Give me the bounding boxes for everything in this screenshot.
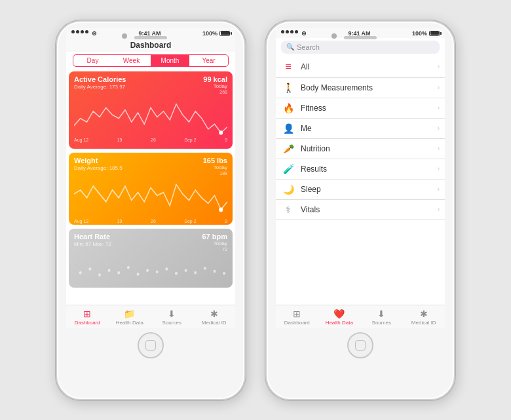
health-item-me[interactable]: 👤 Me ›: [276, 119, 445, 139]
fitness-chevron: ›: [438, 104, 440, 111]
filter-day[interactable]: Day: [73, 55, 112, 66]
heartrate-header: Heart Rate Min: 67 Max: 72 67 bpm Today: [74, 233, 227, 247]
sources-tab-icon-2: ⬇: [377, 309, 385, 319]
health-item-body[interactable]: 🚶 Body Measurements ›: [276, 78, 445, 98]
weight-card: Weight Daily Average: 185.5 165 lbs Toda…: [69, 153, 233, 225]
search-placeholder: Search: [297, 43, 320, 51]
calories-value: 99 kcal: [203, 75, 227, 83]
phones-container: ⊜ 9:41 AM 100% Dashboard Day Week Month …: [56, 20, 455, 400]
tab-medical-id[interactable]: ✱ Medical ID: [193, 305, 236, 328]
svg-point-6: [117, 271, 120, 274]
all-label: All: [301, 62, 438, 71]
calories-chart: [74, 97, 227, 136]
phone-screen-dashboard: ⊜ 9:41 AM 100% Dashboard Day Week Month …: [66, 28, 235, 328]
home-button-2[interactable]: [347, 332, 373, 358]
filter-year[interactable]: Year: [189, 55, 228, 66]
svg-point-12: [175, 272, 178, 275]
battery-percent: 100%: [202, 30, 218, 37]
svg-point-3: [88, 267, 91, 271]
tab-sources-label-2: Sources: [372, 320, 391, 326]
medical-tab-icon: ✱: [210, 309, 218, 319]
search-icon: 🔍: [286, 43, 294, 50]
phone-speaker-2: [344, 36, 377, 39]
svg-point-9: [146, 269, 149, 272]
tab-dashboard-label: Dashboard: [75, 320, 100, 326]
battery-icon-2: [429, 31, 440, 36]
svg-point-16: [214, 269, 216, 273]
dashboard-tab-icon: ⊞: [83, 309, 91, 319]
health-item-nutrition[interactable]: 🥕 Nutrition ›: [276, 139, 445, 159]
svg-point-14: [194, 271, 197, 274]
health-item-all[interactable]: ≡ All ›: [276, 56, 445, 78]
tab-dashboard-label-2: Dashboard: [284, 320, 310, 326]
nutrition-chevron: ›: [438, 145, 440, 152]
sleep-label: Sleep: [301, 185, 438, 194]
fitness-icon: 🔥: [281, 103, 295, 113]
calories-value-sub: Today: [203, 83, 227, 89]
battery-fill-2: [430, 31, 439, 35]
sources-tab-icon: ⬇: [168, 309, 176, 319]
tab-medical-id-2[interactable]: ✱ Medical ID: [403, 305, 445, 328]
svg-point-5: [108, 269, 111, 272]
health-item-fitness[interactable]: 🔥 Fitness ›: [276, 98, 445, 119]
weight-chart: [74, 178, 227, 218]
signal-dots: ⊜: [71, 30, 97, 37]
wifi-icon: ⊜: [92, 30, 97, 37]
heartrate-chart: [74, 254, 227, 284]
svg-point-0: [219, 130, 223, 135]
body-label: Body Measurements: [301, 83, 438, 92]
battery-fill: [221, 31, 229, 35]
svg-point-11: [165, 267, 168, 271]
wifi-icon-2: ⊜: [301, 30, 307, 37]
calories-title: Active Calories: [74, 75, 126, 83]
tab-bar-health: ⊞ Dashboard ❤️ Health Data ⬇ Sources ✱ M…: [276, 305, 445, 328]
svg-point-15: [204, 267, 206, 270]
weight-header: Weight Daily Average: 185.5 165 lbs Toda…: [74, 157, 227, 171]
health-data-tab-icon-2: ❤️: [333, 309, 345, 319]
battery-icon: [219, 31, 230, 36]
heartrate-max-label: 72: [74, 247, 227, 252]
tab-dashboard-2[interactable]: ⊞ Dashboard: [276, 305, 318, 328]
svg-point-1: [219, 207, 223, 212]
tab-dashboard[interactable]: ⊞ Dashboard: [66, 305, 109, 328]
results-chevron: ›: [438, 165, 440, 172]
tab-sources[interactable]: ⬇ Sources: [151, 305, 193, 328]
tab-health-data-2[interactable]: ❤️ Health Data: [318, 305, 361, 328]
svg-point-8: [137, 273, 140, 276]
filter-month[interactable]: Month: [151, 55, 189, 66]
phone-speaker: [134, 36, 167, 39]
vitals-chevron: ›: [438, 206, 440, 213]
battery-percent-2: 100%: [412, 30, 427, 37]
health-item-vitals[interactable]: ⚕ Vitals ›: [276, 200, 445, 220]
weight-value-sub: Today: [203, 164, 227, 170]
home-button-inner-1: [145, 340, 156, 351]
heartrate-value-sub: Today: [202, 240, 227, 246]
health-item-sleep[interactable]: 🌙 Sleep ›: [276, 180, 445, 200]
phone-camera: [122, 33, 127, 39]
time-filter: Day Week Month Year: [73, 54, 229, 67]
filter-week[interactable]: Week: [112, 55, 151, 66]
svg-point-10: [156, 270, 159, 273]
medical-tab-icon-2: ✱: [420, 309, 428, 319]
weight-value: 165 lbs: [203, 157, 227, 164]
phone-health-data: ⊜ 9:41 AM 100% 🔍 Search ≡ All: [265, 20, 455, 400]
phone-screen-health: ⊜ 9:41 AM 100% 🔍 Search ≡ All: [276, 28, 445, 328]
sleep-icon: 🌙: [281, 184, 295, 195]
calories-card: Active Calories Daily Average: 173.97 99…: [69, 71, 233, 149]
calories-max-label: 268: [74, 90, 227, 94]
phone-camera-2: [331, 33, 337, 39]
home-button-1[interactable]: [138, 332, 164, 358]
svg-point-13: [185, 269, 187, 272]
health-item-results[interactable]: 🧪 Results ›: [276, 159, 445, 180]
fitness-label: Fitness: [301, 104, 438, 113]
svg-point-17: [223, 272, 225, 275]
search-bar[interactable]: 🔍 Search: [281, 41, 440, 54]
body-chevron: ›: [438, 84, 440, 91]
weight-chart-labels: Aug 12 19 26 Sep 2 9: [74, 219, 227, 223]
tab-health-data[interactable]: 📁 Health Data: [109, 305, 151, 328]
tab-sources-2[interactable]: ⬇ Sources: [360, 305, 403, 328]
sleep-chevron: ›: [438, 185, 440, 193]
results-label: Results: [301, 164, 438, 174]
heartrate-card: Heart Rate Min: 67 Max: 72 67 bpm Today …: [69, 229, 233, 288]
weight-title: Weight: [74, 157, 123, 164]
